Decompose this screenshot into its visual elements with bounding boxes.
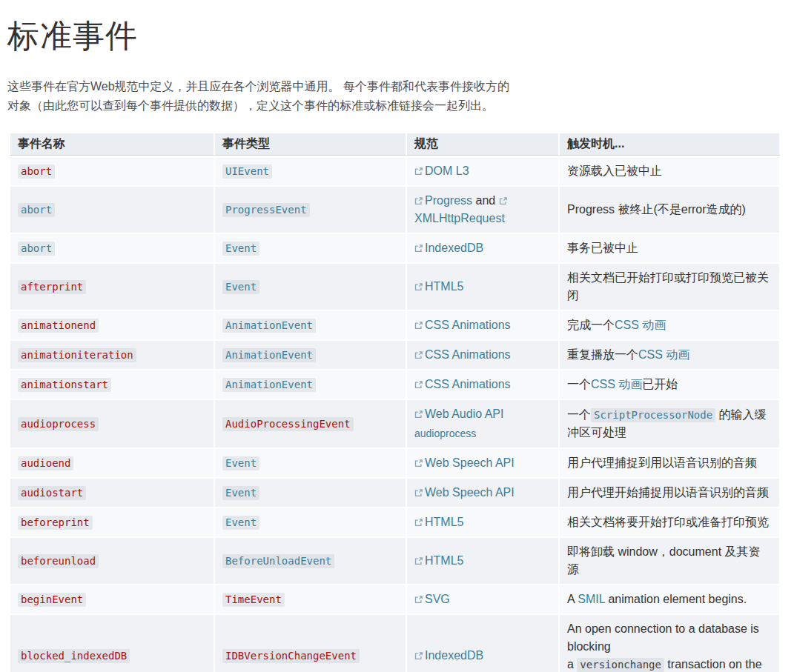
spec-link[interactable]: SVG (414, 593, 450, 605)
event-name[interactable]: abort (18, 242, 55, 256)
event-name[interactable]: beforeprint (18, 516, 93, 530)
event-name[interactable]: afterprint (18, 280, 86, 294)
spec-link-label: CSS Animations (425, 319, 511, 331)
spec-cell: DOM L3 (407, 156, 560, 185)
spec-cell: Web Speech API (407, 448, 560, 477)
event-type[interactable]: IDBVersionChangeEvent (222, 649, 360, 663)
table-row: blocked_indexedDBIDBVersionChangeEventIn… (10, 613, 781, 672)
inline-code-link[interactable]: ScriptProcessorNode (591, 408, 715, 422)
event-name-cell: abort (10, 233, 215, 262)
spec-link[interactable]: DOM L3 (414, 164, 469, 177)
event-type-cell: TimeEvent (215, 584, 407, 613)
table-row: animationiterationAnimationEventCSS Anim… (10, 339, 781, 369)
event-name[interactable]: animationend (18, 319, 99, 333)
external-link-icon (414, 557, 423, 565)
spec-link-label: HTML5 (425, 516, 463, 528)
spec-link[interactable]: IndexedDB (414, 242, 483, 254)
spec-link[interactable]: Web Audio API (414, 407, 503, 420)
spec-link-label: CSS Animations (425, 348, 511, 361)
spec-link-label: HTML5 (425, 554, 463, 567)
spec-link[interactable]: HTML5 (414, 516, 463, 528)
article: 标准事件 这些事件在官方Web规范中定义，并且应在各个浏览器中通用。 每个事件都… (0, 0, 794, 672)
event-type[interactable]: Event (222, 516, 259, 530)
spec-link[interactable]: CSS Animations (414, 378, 511, 390)
events-table-body: abortUIEventDOM L3资源载入已被中止abortProgressE… (10, 156, 781, 672)
external-link-icon (414, 519, 423, 527)
event-type-cell: Event (215, 233, 407, 262)
event-name[interactable]: audioprocess (18, 417, 99, 431)
event-type[interactable]: TimeEvent (222, 593, 285, 607)
spec-cell: CSS Animations (407, 339, 560, 369)
spec-link-label: IndexedDB (425, 242, 483, 254)
fired-cell: 一个CSS 动画已开始 (560, 369, 781, 399)
spec-link[interactable]: Web Speech API (414, 486, 515, 499)
event-type[interactable]: Event (222, 486, 259, 500)
fired-cell: 事务已被中止 (560, 233, 781, 262)
column-header-fired-when: 触发时机... (560, 133, 781, 156)
spec-link-label: DOM L3 (425, 164, 469, 177)
event-type-cell: AudioProcessingEvent (215, 399, 407, 448)
column-header-event-name: 事件名称 (10, 133, 215, 156)
events-table: 事件名称 事件类型 规范 触发时机... abortUIEventDOM L3资… (10, 133, 781, 672)
event-type[interactable]: ProgressEvent (222, 203, 310, 217)
event-name-cell: afterprint (10, 262, 215, 310)
text-fragment: animation element begins. (605, 593, 747, 605)
event-name[interactable]: abort (18, 164, 55, 179)
event-type-cell: Event (215, 262, 407, 310)
spec-link-label: XMLHttpRequest (414, 212, 505, 224)
event-name[interactable]: abort (18, 203, 55, 217)
inline-code: versionchange (577, 658, 664, 672)
spec-link[interactable]: CSS Animations (414, 319, 511, 331)
spec-link-label: Web Speech API (425, 456, 515, 469)
event-type-cell: AnimationEvent (215, 369, 407, 399)
table-row: beforeunloadBeforeUnloadEventHTML5即将卸载 w… (10, 536, 781, 584)
spec-sublink-wrap: audioprocess (414, 425, 551, 442)
event-name[interactable]: beginEvent (18, 593, 86, 607)
event-name[interactable]: audioend (18, 456, 73, 470)
event-name[interactable]: blocked_indexedDB (18, 649, 130, 663)
table-row: audioendEventWeb Speech API用户代理捕捉到用以语音识别… (10, 448, 781, 477)
event-type-cell: Event (215, 477, 407, 507)
event-name[interactable]: animationstart (18, 378, 111, 392)
event-name-cell: animationend (10, 310, 215, 339)
inline-link[interactable]: CSS 动画 (638, 348, 689, 361)
inline-link[interactable]: CSS 动画 (591, 378, 642, 390)
event-name[interactable]: animationiteration (18, 348, 136, 362)
spec-link[interactable]: CSS Animations (414, 348, 511, 361)
text-fragment: 一个 (567, 408, 591, 421)
event-name[interactable]: beforeunload (18, 554, 99, 568)
spec-link[interactable]: IndexedDB (414, 649, 483, 662)
spec-cell: IndexedDB (407, 233, 560, 262)
event-name-cell: abort (10, 185, 215, 233)
event-name-cell: audiostart (10, 477, 215, 507)
event-type[interactable]: Event (222, 280, 259, 294)
external-link-icon (414, 167, 423, 176)
event-type[interactable]: UIEvent (222, 164, 272, 179)
spec-link[interactable]: HTML5 (414, 554, 463, 567)
spec-link[interactable]: Progress (414, 194, 472, 207)
external-link-icon (414, 489, 423, 497)
spec-sublink[interactable]: audioprocess (414, 428, 476, 439)
spec-link[interactable]: Web Speech API (414, 456, 515, 469)
text-fragment: Progress 被终止(不是error造成的) (567, 203, 746, 216)
event-name-cell: blocked_indexedDB (10, 613, 215, 672)
spec-link[interactable]: HTML5 (414, 280, 463, 293)
event-type[interactable]: AudioProcessingEvent (222, 417, 354, 431)
spec-cell: Progress and XMLHttpRequest (407, 185, 560, 233)
event-type[interactable]: AnimationEvent (222, 319, 316, 333)
text-fragment: 相关文档已开始打印或打印预览已被关闭 (567, 271, 769, 302)
fired-cell: 用户代理开始捕捉用以语音识别的音频 (560, 477, 781, 507)
column-header-event-type: 事件类型 (215, 133, 407, 156)
event-type[interactable]: Event (222, 242, 259, 256)
table-row: abortProgressEventProgress and XMLHttpRe… (10, 185, 781, 233)
page-title: 标准事件 (7, 15, 787, 58)
inline-link[interactable]: CSS 动画 (615, 319, 666, 331)
event-type[interactable]: BeforeUnloadEvent (222, 554, 334, 568)
event-name-cell: beforeprint (10, 507, 215, 536)
event-name[interactable]: audiostart (18, 486, 86, 500)
event-type[interactable]: AnimationEvent (222, 378, 316, 392)
event-type[interactable]: AnimationEvent (222, 348, 316, 362)
inline-link[interactable]: SMIL (578, 593, 605, 605)
external-link-icon (414, 351, 423, 359)
event-type[interactable]: Event (222, 456, 259, 470)
